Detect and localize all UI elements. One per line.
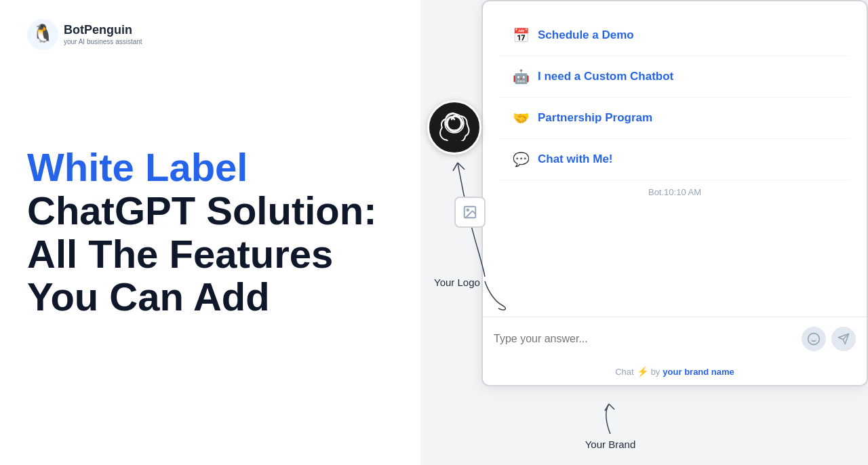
footer-brand-name: your brand name	[663, 367, 734, 377]
brand-arrow-svg	[583, 399, 637, 436]
chat-button-partnership[interactable]: 🤝 Partnership Program	[499, 98, 850, 139]
your-brand-label: Your Brand	[583, 439, 637, 450]
chat-input-area: Chat ⚡ by your brand name	[483, 317, 867, 385]
chat-messages: 📅 Schedule a Demo 🤖 I need a Custom Chat…	[483, 1, 867, 222]
your-brand-annotation: Your Brand	[583, 399, 637, 450]
svg-point-4	[808, 333, 820, 345]
chat-input-row	[483, 317, 867, 361]
hero-text: White Label ChatGPT Solution: All The Fe…	[27, 146, 377, 319]
image-upload-button[interactable]	[454, 197, 486, 228]
partnership-emoji: 🤝	[513, 110, 530, 126]
logo-icon: 🐧	[27, 19, 58, 50]
messages-area: 📅 Schedule a Demo 🤖 I need a Custom Chat…	[483, 1, 867, 293]
chat-timestamp: Bot.10:10 AM	[499, 180, 850, 208]
footer-chat-label: Chat	[615, 367, 633, 377]
your-logo-label: Your Logo	[434, 277, 480, 288]
hero-line4: You Can Add	[27, 276, 377, 319]
chat-footer: Chat ⚡ by your brand name	[483, 361, 867, 385]
chat-with-me-label: Chat with Me!	[538, 153, 613, 166]
send-button[interactable]	[831, 327, 856, 351]
right-panel: Your Logo 📅 Schedule a Demo 🤖 I need a C…	[420, 0, 868, 465]
schedule-label: Schedule a Demo	[538, 28, 634, 42]
svg-point-3	[467, 209, 469, 211]
emoji-button[interactable]	[802, 327, 826, 351]
bot-avatar	[427, 100, 481, 155]
footer-by-label: by	[651, 367, 660, 377]
logo-tagline: your AI business assistant	[64, 38, 142, 45]
logo-area: 🐧 BotPenguin your AI business assistant	[27, 19, 393, 50]
partnership-label: Partnership Program	[538, 111, 652, 125]
chat-emoji: 💬	[513, 151, 530, 167]
chat-button-chat[interactable]: 💬 Chat with Me!	[499, 139, 850, 180]
schedule-emoji: 📅	[513, 27, 530, 43]
left-panel: 🐧 BotPenguin your AI business assistant …	[0, 0, 420, 465]
svg-text:🐧: 🐧	[32, 22, 54, 44]
logo-name: BotPenguin	[64, 24, 142, 37]
hero-line1: White Label	[27, 146, 377, 189]
custom-label: I need a Custom Chatbot	[538, 70, 673, 83]
hero-line2: ChatGPT Solution:	[27, 189, 377, 232]
chat-input[interactable]	[494, 333, 796, 345]
logo-text-area: BotPenguin your AI business assistant	[64, 24, 142, 46]
chat-window: 📅 Schedule a Demo 🤖 I need a Custom Chat…	[481, 0, 868, 386]
chat-button-custom[interactable]: 🤖 I need a Custom Chatbot	[499, 56, 850, 98]
hero-line3: All The Features	[27, 232, 377, 276]
footer-bolt-icon: ⚡	[637, 366, 648, 377]
custom-emoji: 🤖	[513, 68, 530, 85]
openai-logo-icon	[438, 108, 471, 147]
chat-button-schedule[interactable]: 📅 Schedule a Demo	[499, 15, 850, 56]
